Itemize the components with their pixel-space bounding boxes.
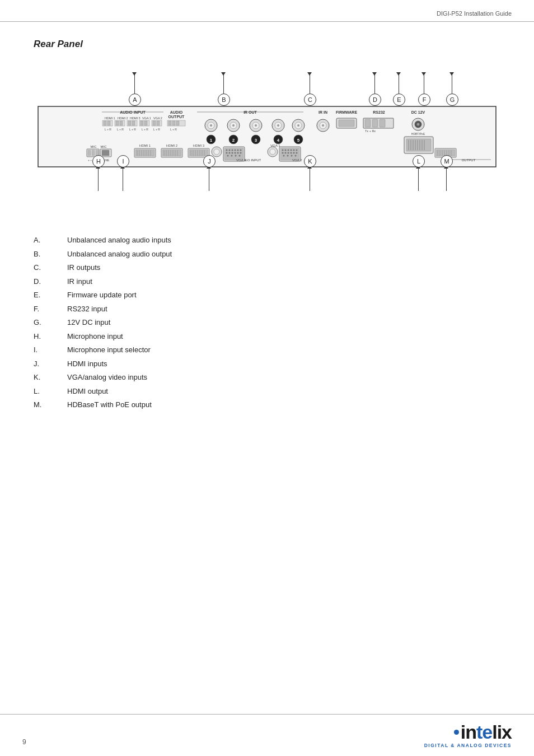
svg-point-159 (282, 150, 284, 151)
svg-rect-21 (153, 121, 156, 125)
svg-rect-19 (144, 121, 147, 125)
svg-text:DC 12V: DC 12V (411, 110, 425, 114)
svg-point-165 (282, 152, 284, 154)
legend-item-M: M. HDBaseT with PoE output (34, 399, 500, 410)
legend-letter-A: A. (34, 235, 67, 246)
svg-text:VGA 2: VGA 2 (153, 116, 162, 120)
legend-item-L: L. HDMI output (34, 386, 500, 397)
svg-text:HDBT/PoE: HDBT/PoE (411, 132, 425, 136)
legend-letter-E: E. (34, 290, 67, 301)
svg-text:OUTPUT: OUTPUT (168, 115, 185, 119)
svg-text:2: 2 (232, 138, 235, 143)
svg-point-147 (235, 152, 236, 154)
legend-text-J: HDMI inputs (67, 358, 107, 370)
svg-rect-114 (162, 150, 181, 156)
svg-text:4: 4 (277, 138, 280, 143)
legend-item-H: H. Microphone input (34, 331, 500, 342)
legend-text-H: Microphone input (67, 331, 123, 342)
svg-point-160 (285, 150, 287, 151)
svg-rect-13 (120, 121, 123, 125)
label-F: F (418, 94, 430, 106)
svg-rect-10 (107, 121, 110, 125)
label-B: B (218, 94, 230, 106)
svg-point-171 (283, 155, 285, 157)
label-G: G (446, 94, 458, 106)
page-number: 9 (22, 738, 26, 746)
svg-point-48 (277, 124, 279, 127)
svg-text:L + R: L + R (105, 128, 111, 131)
svg-point-173 (291, 155, 293, 157)
svg-point-138 (226, 150, 228, 151)
svg-text:VGA 1: VGA 1 (236, 158, 246, 162)
svg-rect-104 (135, 150, 154, 156)
logo-dot (454, 730, 459, 735)
svg-rect-68 (339, 120, 354, 127)
svg-rect-73 (380, 119, 385, 127)
svg-rect-124 (189, 150, 208, 156)
legend-item-F: F. RS232 input (34, 304, 500, 315)
svg-rect-71 (365, 119, 371, 127)
diagram-area: A B C D E (38, 61, 496, 218)
svg-point-168 (291, 152, 292, 154)
legend-text-M: HDBaseT with PoE output (67, 399, 152, 410)
label-E: E (393, 94, 405, 106)
svg-rect-32 (172, 121, 175, 125)
svg-text:5: 5 (297, 138, 300, 143)
device-panel: AUDIO INPUT HDMI 1 HDMI 2 HDMI 3 VGA 1 V… (38, 106, 496, 167)
svg-rect-16 (132, 121, 135, 125)
svg-text:L + R: L + R (142, 128, 148, 131)
legend-text-D: IR input (67, 276, 92, 287)
svg-point-163 (293, 150, 295, 151)
svg-rect-96 (92, 150, 95, 156)
svg-point-45 (255, 124, 257, 127)
svg-point-164 (296, 150, 298, 151)
svg-text:3: 3 (255, 138, 257, 143)
company-logo: intelix DIGITAL & ANALOG DEVICES (424, 722, 512, 748)
svg-point-162 (291, 150, 292, 151)
document-title: DIGI-P52 Installation Guide (437, 10, 512, 17)
svg-text:Tx + Rx: Tx + Rx (365, 129, 376, 133)
svg-text:VGA 2: VGA 2 (292, 158, 302, 162)
legend: A. Unbalanced analog audio inputs B. Unb… (34, 235, 500, 410)
svg-text:MIC: MIC (101, 145, 107, 148)
svg-rect-81 (406, 139, 431, 151)
svg-point-152 (235, 155, 237, 157)
legend-letter-M: M. (34, 399, 67, 410)
svg-point-51 (297, 124, 299, 127)
legend-letter-G: G. (34, 317, 67, 328)
logo-tagline: DIGITAL & ANALOG DEVICES (424, 743, 512, 748)
svg-text:L + R: L + R (117, 128, 124, 131)
svg-point-174 (295, 155, 297, 157)
svg-point-172 (287, 155, 289, 157)
svg-text:MIC: MIC (91, 145, 97, 148)
svg-point-156 (270, 149, 275, 155)
svg-point-144 (226, 152, 228, 154)
label-A: A (129, 94, 141, 106)
svg-text:1: 1 (210, 138, 213, 143)
svg-rect-99 (102, 150, 109, 156)
svg-text:L + R: L + R (153, 128, 160, 131)
legend-text-C: IR outputs (67, 262, 100, 273)
legend-item-A: A. Unbalanced analog audio inputs (34, 235, 500, 246)
legend-item-J: J. HDMI inputs (34, 358, 500, 370)
svg-text:HDMI 2: HDMI 2 (118, 116, 128, 120)
legend-item-G: G. 12V DC input (34, 317, 500, 328)
svg-text:OUTPUT: OUTPUT (462, 158, 476, 162)
svg-rect-12 (116, 121, 119, 125)
svg-point-166 (285, 152, 287, 154)
svg-point-167 (288, 152, 289, 154)
svg-text:L + R: L + R (170, 128, 177, 131)
svg-rect-22 (157, 121, 160, 125)
svg-point-151 (231, 155, 233, 157)
legend-item-D: D. IR input (34, 276, 500, 287)
svg-point-170 (296, 152, 298, 154)
svg-text:RS232: RS232 (373, 110, 385, 114)
legend-letter-J: J. (34, 358, 67, 370)
legend-text-B: Unbalanced analog audio output (67, 249, 172, 260)
legend-letter-L: L. (34, 386, 67, 397)
legend-text-E: Firmware update port (67, 290, 137, 301)
svg-rect-31 (168, 121, 171, 125)
legend-text-F: RS232 input (67, 304, 107, 315)
svg-text:IR IN: IR IN (318, 110, 327, 114)
svg-text:HDMI 2: HDMI 2 (166, 144, 178, 147)
